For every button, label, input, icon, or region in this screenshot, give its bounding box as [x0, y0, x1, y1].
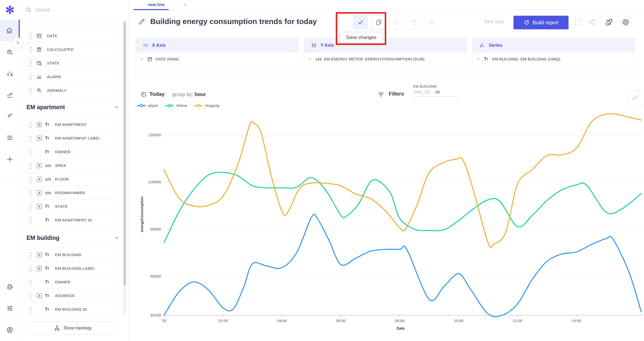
- rail-item-trends[interactable]: [5, 90, 15, 100]
- series-field-row[interactable]: TT EM BUILDING: EM BUILDING (UNIQ): [473, 52, 634, 65]
- sidebar-collapse-button[interactable]: [12, 37, 23, 48]
- rail-item-settings[interactable]: [5, 282, 15, 292]
- show-topology-button[interactable]: Show topology: [27, 322, 119, 335]
- drag-handle-icon[interactable]: [29, 292, 32, 299]
- line-chart[interactable]: 3529960000900001200001500002002:0004:000…: [136, 111, 644, 333]
- drag-handle-icon[interactable]: [29, 149, 32, 155]
- app-logo-icon[interactable]: ✻: [0, 3, 20, 17]
- series-line-feline[interactable]: [164, 172, 641, 243]
- drag-handle-icon[interactable]: [29, 74, 32, 80]
- workflow-button[interactable]: [605, 18, 613, 27]
- field-item[interactable]: A TT ADDRESS: [27, 289, 119, 303]
- tab-new-line[interactable]: new line: [148, 2, 165, 7]
- field-label: AREA: [55, 163, 66, 168]
- drag-handle-icon[interactable]: [29, 121, 32, 128]
- legend-marker-icon: [140, 104, 143, 107]
- main-content: new line Building energy consumption tre…: [129, 0, 644, 341]
- field-item[interactable]: A 123 FLOOR: [27, 172, 119, 186]
- drag-handle-icon[interactable]: [29, 265, 32, 272]
- drag-handle-icon[interactable]: [29, 87, 32, 94]
- legend-item-feline[interactable]: Feline: [165, 103, 187, 108]
- filter-operator[interactable]: ONE_OF: [413, 90, 431, 94]
- x-tick-label: 10:00: [454, 319, 463, 323]
- rail-item-preferences[interactable]: [5, 303, 15, 313]
- y-axis-drop-zone[interactable]: [304, 65, 466, 76]
- rail-item-explore[interactable]: [5, 47, 15, 57]
- drag-handle-icon[interactable]: [29, 46, 32, 53]
- drag-handle-icon[interactable]: [29, 176, 32, 183]
- field-item[interactable]: N TT EM BUILDING LABEL: [27, 262, 119, 275]
- text-type-icon: TT: [45, 252, 49, 257]
- rail-item-profile[interactable]: [5, 325, 15, 335]
- rail-item-add[interactable]: [5, 154, 15, 164]
- field-item-state[interactable]: STATE: [27, 56, 119, 70]
- field-item[interactable]: TT EM APARTMENT ID: [27, 213, 119, 227]
- group-by-value[interactable]: hour: [195, 92, 206, 97]
- name-badge-icon: N: [37, 252, 42, 257]
- field-item-calculated[interactable]: CALCULATED: [27, 43, 119, 56]
- legend-item-hogurity[interactable]: Hogurity: [194, 103, 220, 108]
- field-item[interactable]: TT OWNER: [27, 145, 119, 159]
- drag-handle-icon[interactable]: [29, 306, 32, 313]
- chevron-down-icon[interactable]: [476, 57, 480, 61]
- field-item[interactable]: A TT STATE: [27, 200, 119, 213]
- field-item[interactable]: TT EM BUILDING ID: [27, 303, 119, 316]
- tab-close-icon[interactable]: [183, 3, 187, 7]
- rail-item-formula[interactable]: √x: [5, 69, 15, 79]
- x-tick-label: 04:00: [277, 319, 287, 323]
- text-type-icon: TT: [45, 136, 49, 141]
- series-line-alpire[interactable]: [164, 214, 641, 317]
- drag-handle-icon[interactable]: [29, 203, 32, 210]
- field-item[interactable]: N TT EM APARTMENT: [27, 118, 119, 131]
- x-axis-field-row[interactable]: DATE (RAW): [136, 52, 298, 65]
- y-axis-field-row[interactable]: 123 EM ENERGY METER: ENERGYCONSUMPTION (…: [304, 52, 466, 65]
- duplicate-button[interactable]: [372, 15, 386, 29]
- drag-handle-icon[interactable]: [29, 217, 32, 223]
- legend-item-alpire[interactable]: Alpire: [137, 103, 158, 108]
- chart-type-button[interactable]: [628, 91, 643, 106]
- sidebar-scrollbar[interactable]: [123, 21, 126, 315]
- field-item[interactable]: N TT EM BUILDING: [27, 248, 119, 262]
- filter-icon: [377, 91, 384, 98]
- chevron-up-icon[interactable]: [114, 105, 119, 110]
- settings-gear-icon[interactable]: [621, 18, 630, 27]
- rail-item-ai[interactable]: [5, 111, 15, 121]
- field-item[interactable]: TT OWNER: [27, 275, 119, 289]
- drag-handle-icon[interactable]: [29, 252, 32, 258]
- drag-handle-icon[interactable]: [29, 162, 32, 169]
- drag-handle-icon[interactable]: [29, 279, 32, 285]
- field-item[interactable]: A 123 AREA: [27, 159, 119, 172]
- drag-handle-icon[interactable]: [29, 33, 32, 39]
- field-item-alarm[interactable]: ALARM: [27, 70, 119, 84]
- field-value: EM ENERGY METER: ENERGYCONSUMPTION (SUM): [324, 57, 425, 61]
- filter-value[interactable]: All: [435, 90, 440, 94]
- drag-handle-icon[interactable]: [29, 190, 32, 196]
- field-item-date[interactable]: DATE: [27, 29, 119, 43]
- filter-chip[interactable]: EM BUILDING ONE_OF All: [413, 84, 459, 97]
- series-line-hogurity[interactable]: [164, 114, 641, 248]
- drag-handle-icon[interactable]: [29, 60, 32, 66]
- section-header-em-building[interactable]: EM building: [27, 233, 119, 243]
- fullscreen-button: [574, 18, 582, 27]
- field-item[interactable]: A 123 ROOMNUMBER: [27, 186, 119, 200]
- chevron-down-icon[interactable]: [308, 57, 312, 61]
- chevron-down-icon[interactable]: [139, 57, 144, 61]
- drag-handle-icon[interactable]: [29, 135, 32, 142]
- rail-item-menu[interactable]: [5, 133, 15, 143]
- sidebar-scrollbar-thumb[interactable]: [123, 21, 126, 286]
- text-type-icon: TT: [45, 280, 49, 285]
- build-report-button[interactable]: Build report: [513, 16, 569, 29]
- time-range-selector[interactable]: Today: [149, 91, 165, 97]
- edit-title-icon[interactable]: [138, 18, 145, 26]
- search-input[interactable]: [35, 6, 111, 14]
- series-drop-zone[interactable]: [473, 65, 634, 76]
- x-axis-drop-zone[interactable]: [136, 65, 298, 76]
- search-bar[interactable]: [20, 0, 128, 20]
- field-item-anomaly[interactable]: ANOMALY: [27, 84, 119, 97]
- section-header-em-apartment[interactable]: EM apartment: [27, 102, 119, 112]
- group-by-control[interactable]: group by: hour: [172, 92, 206, 97]
- save-changes-button[interactable]: [353, 15, 368, 29]
- numeric-type-icon: 123: [45, 191, 51, 195]
- chevron-up-icon[interactable]: [114, 235, 119, 240]
- field-item[interactable]: N TT EM APARTMENT LABEL: [27, 131, 119, 145]
